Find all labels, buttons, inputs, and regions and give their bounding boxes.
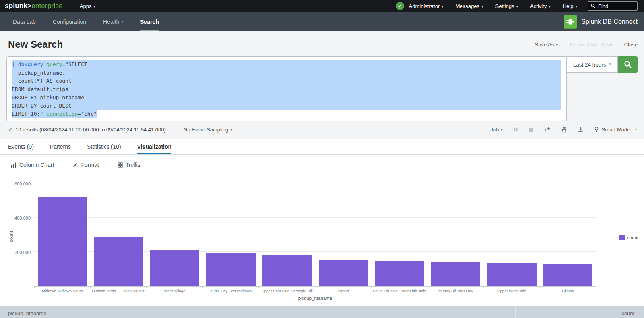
close-button[interactable]: Close xyxy=(624,42,638,48)
checkmark-icon: ✓ xyxy=(8,127,12,133)
x-axis-category-label: Midtown-Midtown South xyxy=(34,287,91,293)
app-identity[interactable]: Splunk DB Connect xyxy=(564,12,638,31)
topbar-menu-help[interactable]: Help▾ xyxy=(563,3,577,9)
column-chart-icon xyxy=(11,162,17,168)
chevron-down-icon: ▾ xyxy=(122,19,124,23)
export-download-icon[interactable] xyxy=(578,127,584,133)
splunk-logo[interactable]: splunk>enterprise xyxy=(5,2,63,10)
job-menu[interactable]: Job▾ xyxy=(490,127,503,133)
x-axis-title: pickup_ntaname xyxy=(34,296,596,301)
x-axis-category-label: SoHo-TriBeCa-...nter-Little Italy xyxy=(372,287,428,293)
legend-label: count xyxy=(627,235,638,240)
chevron-down-icon: ▾ xyxy=(556,43,558,47)
chart-bar[interactable] xyxy=(38,197,87,286)
chart-bar[interactable] xyxy=(262,255,312,286)
tab-events-0[interactable]: Events (0) xyxy=(8,139,34,154)
chart-bar[interactable] xyxy=(543,264,592,286)
y-axis-tick-label: 600,000 xyxy=(14,181,31,186)
y-axis-tick-label: 200,000 xyxy=(14,250,31,255)
tab-statistics-10[interactable]: Statistics (10) xyxy=(87,139,121,154)
search-mode-menu[interactable]: Smart Mode▾ xyxy=(594,127,637,133)
logo-splunk-text: splunk xyxy=(5,2,27,10)
appbar-item-health[interactable]: Health▾ xyxy=(103,12,123,31)
apps-menu[interactable]: Apps▾ xyxy=(80,3,95,9)
chevron-down-icon: ▾ xyxy=(481,4,483,8)
chevron-down-icon: ▾ xyxy=(501,128,503,132)
x-axis-category-label: Airport xyxy=(315,287,372,293)
chart-bar[interactable] xyxy=(375,261,424,286)
chevron-down-icon: ▾ xyxy=(609,62,611,66)
chart-bar[interactable] xyxy=(431,262,480,286)
query-line: FROM default.trips xyxy=(12,85,561,94)
x-axis-category-label: Upper West Side xyxy=(484,287,540,293)
table-column-count[interactable]: count xyxy=(515,306,644,318)
appbar-item-configuration[interactable]: Configuration xyxy=(53,12,86,31)
query-line: GROUP BY pickup_ntaname xyxy=(12,94,561,102)
trellis-button[interactable]: Trellis xyxy=(118,162,140,168)
lightbulb-icon xyxy=(594,127,599,133)
text-cursor xyxy=(97,110,97,116)
chart-bar[interactable] xyxy=(487,263,536,286)
logo-gt-text: > xyxy=(27,2,31,10)
app-navbar: Data LabConfigurationHealth▾Search Splun… xyxy=(0,12,644,31)
find-input[interactable] xyxy=(598,3,634,9)
query-line: | dbxquery query="SELECT xyxy=(12,60,561,69)
x-axis-category-label: Hudson Yards-...-Union Square xyxy=(91,287,147,293)
chevron-down-icon: ▾ xyxy=(516,4,518,8)
stop-icon xyxy=(529,127,534,132)
x-axis-category-label: West Village xyxy=(147,287,203,293)
chevron-down-icon: ▾ xyxy=(442,4,444,8)
appbar-item-data-lab[interactable]: Data Lab xyxy=(13,12,36,31)
query-line: pickup_ntaname, xyxy=(12,69,561,77)
search-icon xyxy=(591,4,596,8)
appbar-item-search[interactable]: Search xyxy=(140,12,159,31)
y-axis-title: count xyxy=(9,231,14,242)
results-summary: 10 results (08/04/2024 11:00:00.000 to 0… xyxy=(15,127,166,133)
event-sampling-menu[interactable]: No Event Sampling▾ xyxy=(184,127,232,133)
save-as-button[interactable]: Save As▾ xyxy=(535,42,557,48)
chevron-down-icon: ▾ xyxy=(230,128,232,132)
query-line: ORDER BY count DESC xyxy=(12,102,561,110)
print-icon[interactable] xyxy=(561,127,567,133)
time-range-picker[interactable]: Last 24 hours▾ xyxy=(567,56,618,73)
search-header: New Search Save As▾ Create Table View Cl… xyxy=(0,31,644,139)
page-title: New Search xyxy=(8,39,535,50)
x-axis-category-label: Turtle Bay-East Midtown xyxy=(203,287,259,293)
health-status-check-icon[interactable]: ✓ xyxy=(396,2,404,10)
pause-icon xyxy=(513,127,518,132)
chevron-down-icon: ▾ xyxy=(549,4,551,8)
chevron-down-icon: ▾ xyxy=(575,4,577,8)
apps-label: Apps xyxy=(80,3,92,9)
table-column-pickup-ntaname[interactable]: pickup_ntaname xyxy=(0,306,515,318)
x-axis-category-label: Upper East Side-Carnegie Hill xyxy=(259,287,315,293)
chart-type-picker[interactable]: Column Chart xyxy=(11,162,54,168)
chart-bar[interactable] xyxy=(319,260,368,286)
tab-visualization[interactable]: Visualization xyxy=(137,139,171,154)
chevron-down-icon: ▾ xyxy=(635,127,637,131)
statistics-table-header: pickup_ntaname count xyxy=(0,306,644,318)
plot-area: 200,000400,000600,000 xyxy=(34,175,596,287)
find-search-box[interactable] xyxy=(588,1,638,11)
chart-bar[interactable] xyxy=(94,237,143,286)
x-axis-category-label: Clinton xyxy=(540,287,596,293)
app-name: Splunk DB Connect xyxy=(581,18,638,25)
results-tabs: Events (0)PatternsStatistics (10)Visuali… xyxy=(0,139,644,155)
x-axis-category-label: Murray Hill-Kips Bay xyxy=(427,287,484,293)
db-connect-plug-icon xyxy=(564,15,577,29)
topbar-menu-administrator[interactable]: Administrator▾ xyxy=(409,3,444,9)
query-line: LIMIT 10;" connection="chc" xyxy=(12,110,561,118)
topbar-menu-activity[interactable]: Activity▾ xyxy=(530,3,551,9)
legend-swatch xyxy=(619,235,625,240)
format-button[interactable]: Format xyxy=(72,162,99,168)
format-pencil-icon xyxy=(72,162,78,168)
share-icon[interactable] xyxy=(544,127,551,133)
chart-bar[interactable] xyxy=(150,250,199,286)
tab-patterns[interactable]: Patterns xyxy=(50,139,71,154)
chart-bar[interactable] xyxy=(206,253,256,286)
topbar-menu-settings[interactable]: Settings▾ xyxy=(495,3,518,9)
search-query-editor[interactable]: | dbxquery query="SELECT pickup_ntaname,… xyxy=(6,56,567,121)
run-search-button[interactable] xyxy=(618,56,638,73)
topbar-menu-messages[interactable]: Messages▾ xyxy=(456,3,483,9)
visualization-toolbar: Column Chart Format Trellis xyxy=(0,155,644,172)
chart-legend[interactable]: count xyxy=(619,235,638,240)
